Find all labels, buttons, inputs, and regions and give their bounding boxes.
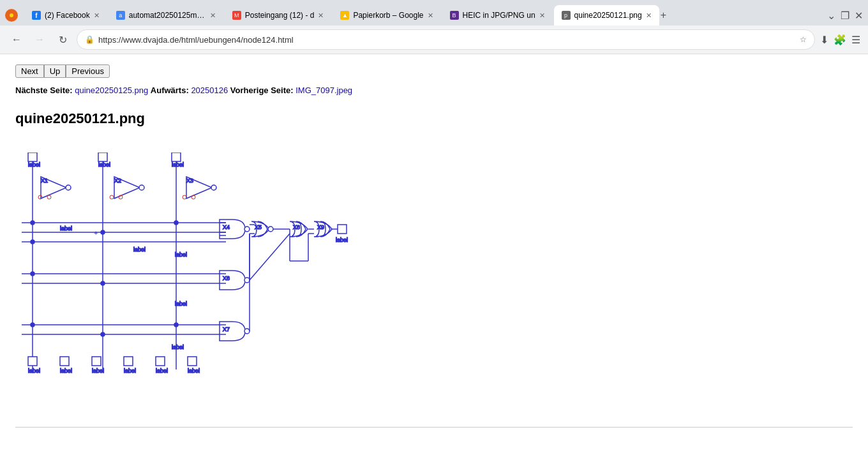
page-nav-info: Nächste Seite: quine20250125.png Aufwärt… bbox=[15, 86, 853, 95]
svg-text:X6: X6 bbox=[223, 275, 230, 281]
up-page-button[interactable]: Up bbox=[44, 64, 66, 78]
tab-heic[interactable]: B HEIC in JPG/PNG un ✕ bbox=[442, 5, 553, 26]
svg-text:label: label bbox=[28, 368, 40, 374]
address-bar[interactable]: 🔒 https://www.dvajda.de/html/uebungen4/n… bbox=[77, 29, 815, 50]
page-divider bbox=[15, 427, 853, 428]
tab-automat[interactable]: a automat20250125meal ✕ bbox=[108, 5, 223, 26]
svg-point-50 bbox=[101, 281, 105, 285]
svg-point-57 bbox=[101, 332, 105, 336]
lock-icon: 🔒 bbox=[85, 35, 94, 44]
svg-text:X8: X8 bbox=[293, 224, 300, 230]
svg-rect-71 bbox=[124, 357, 133, 366]
svg-text:X7: X7 bbox=[223, 326, 230, 332]
circuit-svg: label label label X1 X2 bbox=[22, 153, 468, 408]
svg-line-62 bbox=[250, 234, 290, 280]
svg-rect-73 bbox=[188, 357, 197, 366]
nav-right-icons: ⬇ 🧩 ☰ bbox=[820, 34, 860, 46]
svg-point-26 bbox=[174, 221, 178, 225]
nav-bar: ← → ↻ 🔒 https://www.dvajda.de/html/uebun… bbox=[0, 26, 868, 54]
new-tab-button[interactable]: + bbox=[661, 10, 666, 21]
svg-point-25 bbox=[101, 230, 105, 234]
svg-rect-68 bbox=[28, 357, 37, 366]
svg-text:label: label bbox=[60, 225, 72, 232]
svg-text:label: label bbox=[172, 161, 184, 168]
forward-button[interactable]: → bbox=[31, 31, 49, 48]
tab-label-automat: automat20250125meal bbox=[129, 11, 206, 20]
svg-text:X5: X5 bbox=[255, 224, 262, 230]
svg-text:label: label bbox=[60, 368, 72, 374]
svg-point-52 bbox=[244, 329, 250, 334]
tab-close-gmail[interactable]: ✕ bbox=[318, 11, 324, 20]
svg-point-82 bbox=[110, 195, 114, 199]
tab-label-heic: HEIC in JPG/PNG un bbox=[463, 11, 535, 20]
next-link[interactable]: quine20250125.png bbox=[75, 86, 148, 95]
extensions-icon[interactable]: 🧩 bbox=[834, 34, 846, 46]
previous-page-button[interactable]: Previous bbox=[66, 64, 110, 78]
page-title: quine20250121.png bbox=[15, 110, 853, 127]
svg-rect-2 bbox=[28, 153, 37, 161]
reload-button[interactable]: ↻ bbox=[54, 31, 71, 48]
browser-icon bbox=[5, 9, 18, 22]
svg-text:X3: X3 bbox=[186, 177, 193, 184]
page-content: Next Up Previous Nächste Seite: quine202… bbox=[0, 54, 868, 438]
tab-quine[interactable]: p quine20250121.png ✕ bbox=[554, 5, 659, 26]
tab-favicon-quine: p bbox=[562, 11, 571, 20]
svg-point-35 bbox=[268, 227, 273, 232]
svg-text:+: + bbox=[94, 229, 98, 237]
tab-facebook[interactable]: f (2) Facebook ✕ bbox=[24, 5, 107, 26]
svg-text:label: label bbox=[172, 344, 184, 350]
tab-list-button[interactable]: ⌄ bbox=[827, 10, 835, 22]
back-button[interactable]: ← bbox=[8, 31, 26, 48]
next-page-button[interactable]: Next bbox=[15, 64, 44, 78]
tab-close-gdrive[interactable]: ✕ bbox=[428, 11, 433, 20]
tab-bar: f (2) Facebook ✕ a automat20250125meal ✕… bbox=[0, 0, 868, 26]
tab-favicon-facebook: f bbox=[32, 11, 41, 20]
svg-text:label: label bbox=[336, 237, 348, 243]
svg-text:label: label bbox=[92, 368, 104, 374]
circuit-diagram: label label label X1 X2 bbox=[15, 146, 853, 414]
svg-text:label: label bbox=[175, 301, 187, 307]
svg-point-30 bbox=[244, 227, 250, 232]
svg-text:X4: X4 bbox=[223, 224, 230, 230]
tab-favicon-gdrive: ▲ bbox=[340, 11, 349, 20]
svg-rect-6 bbox=[172, 153, 181, 161]
svg-point-45 bbox=[244, 278, 250, 283]
tab-close-facebook[interactable]: ✕ bbox=[94, 11, 100, 20]
tab-gdrive[interactable]: ▲ Papierkorb – Google ✕ bbox=[333, 5, 440, 26]
svg-point-12 bbox=[66, 185, 71, 190]
svg-text:label: label bbox=[28, 161, 40, 168]
tab-favicon-heic: B bbox=[450, 11, 459, 20]
tab-close-quine[interactable]: ✕ bbox=[646, 11, 652, 20]
svg-point-49 bbox=[31, 272, 34, 276]
svg-text:label: label bbox=[133, 246, 146, 253]
tab-label-gdrive: Papierkorb – Google bbox=[353, 11, 423, 20]
prev-link[interactable]: IMG_7097.jpeg bbox=[296, 86, 352, 95]
svg-point-84 bbox=[183, 195, 186, 199]
prev-text: Vorherige Seite: bbox=[230, 86, 294, 95]
svg-text:label: label bbox=[156, 368, 168, 374]
svg-rect-70 bbox=[92, 357, 101, 366]
svg-text:label: label bbox=[188, 368, 200, 374]
up-link[interactable]: 20250126 bbox=[191, 86, 228, 95]
next-text: Nächste Seite: bbox=[15, 86, 73, 95]
menu-icon[interactable]: ☰ bbox=[851, 34, 860, 46]
svg-point-15 bbox=[139, 185, 144, 190]
svg-text:X9: X9 bbox=[317, 224, 324, 230]
restore-tab-button[interactable]: ❐ bbox=[841, 10, 849, 22]
tab-close-heic[interactable]: ✕ bbox=[539, 11, 545, 20]
tab-close-automat[interactable]: ✕ bbox=[210, 11, 216, 20]
tab-label-facebook: (2) Facebook bbox=[45, 11, 90, 20]
tab-favicon-automat: a bbox=[116, 11, 125, 20]
browser-chrome: f (2) Facebook ✕ a automat20250125meal ✕… bbox=[0, 0, 868, 54]
url-text: https://www.dvajda.de/html/uebungen4/nod… bbox=[98, 35, 796, 45]
close-window-button[interactable]: ✕ bbox=[855, 10, 863, 22]
svg-point-23 bbox=[31, 221, 34, 225]
svg-rect-72 bbox=[156, 357, 165, 366]
tab-gmail[interactable]: M Posteingang (12) - d ✕ bbox=[225, 5, 332, 26]
svg-text:X1: X1 bbox=[41, 177, 48, 184]
download-manager-icon[interactable]: ⬇ bbox=[820, 34, 828, 46]
svg-point-1 bbox=[10, 13, 13, 17]
svg-rect-69 bbox=[60, 357, 69, 366]
bookmark-icon[interactable]: ☆ bbox=[800, 35, 807, 44]
tab-actions: ⌄ ❐ ✕ bbox=[827, 10, 863, 22]
